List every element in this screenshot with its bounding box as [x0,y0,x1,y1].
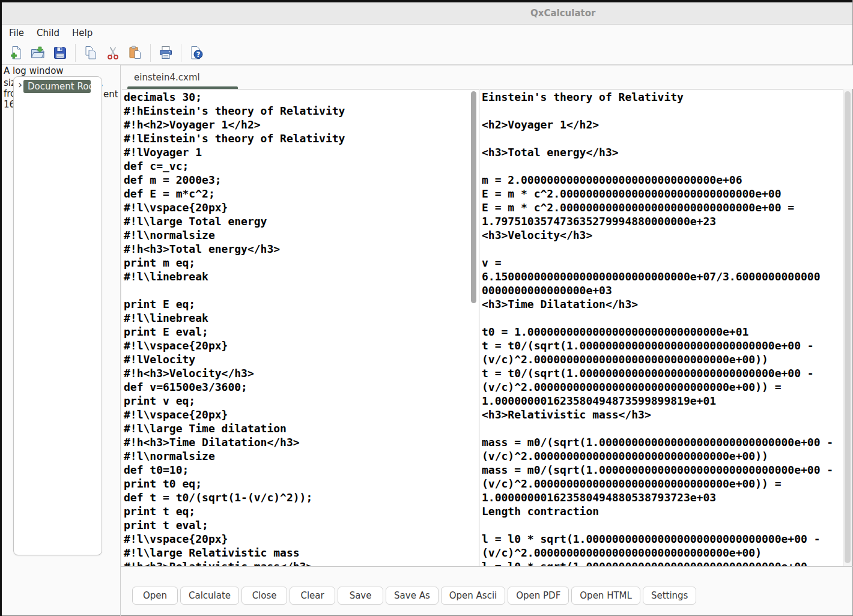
code-line: #!l\normalsize [124,228,479,242]
tab-einstein4-cxml[interactable]: einstein4.cxml [134,72,200,83]
output-pane[interactable]: Einstein's theory of Relativity<h2>Voyag… [480,89,852,566]
new-document-icon[interactable] [8,45,23,61]
output-line: mass = m0/(sqrt(1.0000000000000000000000… [482,435,852,449]
log-line-1: A log window [4,65,64,76]
source-scrollbar-thumb[interactable] [471,91,476,303]
output-line [482,131,852,145]
output-line: 1.000000001623580494880538793723e+03 [482,491,852,504]
code-line: #!l\normalsize [124,449,479,463]
code-line: #!l\linebreak [124,311,479,325]
code-line: def t0=10; [124,463,479,477]
code-line: def t = t0/(sqrt(1-(v/c)^2)); [124,491,479,504]
code-line: #!lEinstein's theory of Relativity [124,131,479,145]
output-line: l = l0 * sqrt(1.000000000000000000000000… [482,532,852,546]
output-line [482,159,852,173]
code-line: print v eq; [124,394,479,408]
output-line: l = l0 * sqrt(1.000000000000000000000000… [482,560,852,566]
output-line [482,242,852,256]
code-line: #!lVoyager 1 [124,145,479,159]
expander-chevron-icon[interactable]: › [18,77,22,92]
code-line: #!l\vspace{20px} [124,201,479,214]
output-line: (v/c)^2.000000000000000000000000000000e+… [482,449,852,463]
open-pdf-button[interactable]: Open PDF [508,587,569,605]
settings-button[interactable]: Settings [643,587,697,605]
menubar: FileChildHelp [2,25,852,41]
output-line: m = 2.000000000000000000000000000000e+06 [482,173,852,187]
output-line: Length contraction [482,504,852,518]
code-line: #!h<h3>Total energy</h3> [124,242,479,256]
output-line: v = [482,256,852,270]
output-line [482,518,852,532]
open-button[interactable]: Open [132,587,178,605]
output-line: (v/c)^2.000000000000000000000000000000e+… [482,546,852,560]
menu-item-child[interactable]: Child [35,26,61,40]
code-line: print m eq; [124,256,479,270]
output-line: (v/c)^2.000000000000000000000000000000e+… [482,477,852,491]
code-line: print E eq; [124,297,479,311]
code-line: print t eq; [124,504,479,518]
output-line: <h3>Total energy</h3> [482,145,852,159]
footer-button-bar: OpenCalculateCloseClearSaveSave AsOpen A… [132,587,696,605]
titlebar[interactable]: QxCalculator [2,2,852,25]
cut-icon[interactable] [105,45,121,61]
close-button[interactable]: Close [241,587,287,605]
tree-item-document-root[interactable]: Document Root [23,80,91,93]
open-document-icon[interactable] [30,45,46,61]
paste-icon[interactable] [127,45,143,61]
tabbar: einstein4.cxml [121,65,853,89]
open-ascii-button[interactable]: Open Ascii [441,587,506,605]
clear-button[interactable]: Clear [290,587,335,605]
code-line: def v=61500e3/3600; [124,380,479,394]
code-line: #!lVelocity [124,352,479,366]
copy-icon[interactable] [83,45,99,61]
output-line: <h3>Relativistic mass</h3> [482,408,852,421]
output-line: t = t0/(sqrt(1.0000000000000000000000000… [482,366,852,380]
output-line: t0 = 1.000000000000000000000000000000e+0… [482,325,852,339]
output-scrollbar-thumb[interactable] [845,91,851,563]
output-line: <h3>Time Dilatation</h3> [482,297,852,311]
toolbar-separator [181,44,181,62]
toolbar-separator [75,44,76,62]
code-line: #!h<h3>Relativistic mass</h3> [124,560,479,566]
output-line: t = t0/(sqrt(1.0000000000000000000000000… [482,339,852,352]
output-line: 0000000000000000e+03 [482,283,852,297]
output-line: mass = m0/(sqrt(1.0000000000000000000000… [482,463,852,477]
output-line: 1.000000001623580494873599899819e+01 [482,394,852,408]
code-line: def c=_vc; [124,159,479,173]
code-line: #!l\vspace{20px} [124,408,479,421]
toolbar: ? [2,41,852,65]
open-html-button[interactable]: Open HTML [571,587,640,605]
help-icon[interactable]: ? [189,45,204,61]
save-as-button[interactable]: Save As [386,587,439,605]
toolbar-separator [150,44,151,62]
menu-item-help[interactable]: Help [70,26,94,40]
code-line: decimals 30; [124,90,479,104]
save-icon[interactable] [52,45,68,61]
output-line: E = m * c^2.0000000000000000000000000000… [482,201,852,214]
output-line: (v/c)^2.000000000000000000000000000000e+… [482,352,852,366]
code-line: #!l\vspace{20px} [124,339,479,352]
output-line: 1.797510357473635279994880000000e+23 [482,214,852,228]
code-line: #!h<h3>Time Dilatation</h3> [124,435,479,449]
qxcalculator-window: QxCalculator FileChildHelp ? [0,0,853,616]
save-button[interactable]: Save [338,587,383,605]
source-code: decimals 30;#!hEinstein's theory of Rela… [122,89,479,566]
output-text: Einstein's theory of Relativity<h2>Voyag… [480,89,852,566]
calculate-button[interactable]: Calculate [180,587,239,605]
editor-footer-divider [121,566,853,567]
code-line: #!l\vspace{20px} [124,532,479,546]
menu-item-file[interactable]: File [7,26,26,40]
print-icon[interactable] [158,45,174,61]
output-line: 6.150000000000000000000000000000e+07/3.6… [482,270,852,283]
code-line: #!h<h3>Velocity</h3> [124,366,479,380]
output-line: (v/c)^2.000000000000000000000000000000e+… [482,380,852,394]
code-line: #!l\large Time dilatation [124,421,479,435]
code-line: print t0 eq; [124,477,479,491]
window-frame-left [0,0,2,616]
code-line: #!hEinstein's theory of Relativity [124,104,479,118]
output-line [482,421,852,435]
source-editor-pane[interactable]: decimals 30;#!hEinstein's theory of Rela… [122,89,479,566]
code-line: #!l\large Relativistic mass [124,546,479,560]
log-line-3-right: ent [103,89,118,100]
output-line: <h3>Velocity</h3> [482,228,852,242]
